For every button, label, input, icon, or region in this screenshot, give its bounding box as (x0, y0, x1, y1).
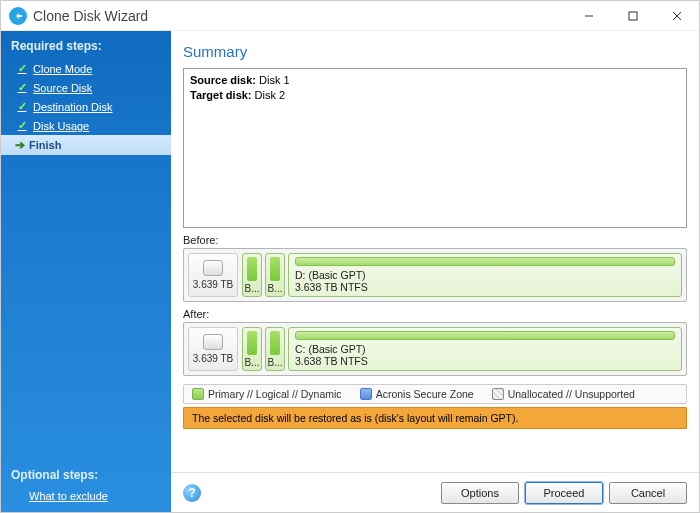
cancel-button[interactable]: Cancel (609, 482, 687, 504)
legend-unallocated: Unallocated // Unsupported (492, 388, 635, 400)
step-clone-mode[interactable]: ✓Clone Mode (1, 59, 171, 78)
footer: ? Options Proceed Cancel (171, 472, 699, 512)
legend: Primary // Logical // Dynamic Acronis Se… (183, 384, 687, 404)
source-disk-value: Disk 1 (259, 74, 290, 86)
step-disk-usage[interactable]: ✓Disk Usage (1, 116, 171, 135)
clone-disk-wizard-window: Clone Disk Wizard Required steps: ✓Clone… (0, 0, 700, 513)
warning-bar: The selected disk will be restored as is… (183, 407, 687, 429)
step-label: Destination Disk (33, 101, 112, 113)
sidebar: Required steps: ✓Clone Mode ✓Source Disk… (1, 31, 171, 512)
svg-rect-0 (629, 12, 637, 20)
required-steps-header: Required steps: (1, 31, 171, 59)
close-button[interactable] (655, 2, 699, 30)
optional-steps-header: Optional steps: (1, 460, 171, 486)
partition-main[interactable]: C: (Basic GPT) 3.638 TB NTFS (288, 327, 682, 371)
disk-total-size: 3.639 TB (193, 353, 233, 364)
proceed-button[interactable]: Proceed (525, 482, 603, 504)
step-label: Finish (29, 139, 61, 151)
hdd-icon (203, 334, 223, 350)
step-source-disk[interactable]: ✓Source Disk (1, 78, 171, 97)
partition-small[interactable]: B... (242, 327, 262, 371)
partition-small[interactable]: B... (265, 327, 285, 371)
partition-size: 3.638 TB NTFS (295, 355, 675, 367)
step-label: Clone Mode (33, 63, 92, 75)
titlebar: Clone Disk Wizard (1, 1, 699, 31)
legend-primary: Primary // Logical // Dynamic (192, 388, 342, 400)
page-title: Summary (183, 39, 687, 68)
main-panel: Summary Source disk: Disk 1 Target disk:… (171, 31, 699, 512)
partition-small[interactable]: B... (242, 253, 262, 297)
disk-total-size: 3.639 TB (193, 279, 233, 290)
minimize-button[interactable] (567, 2, 611, 30)
legend-secure-zone: Acronis Secure Zone (360, 388, 474, 400)
step-destination-disk[interactable]: ✓Destination Disk (1, 97, 171, 116)
source-disk-label: Source disk: (190, 74, 256, 86)
disk-icon[interactable]: 3.639 TB (188, 327, 238, 371)
options-button[interactable]: Options (441, 482, 519, 504)
partition-label: D: (Basic GPT) (295, 269, 675, 281)
step-label: Source Disk (33, 82, 92, 94)
after-label: After: (183, 308, 687, 320)
maximize-button[interactable] (611, 2, 655, 30)
window-controls (567, 2, 699, 30)
disk-icon[interactable]: 3.639 TB (188, 253, 238, 297)
step-finish[interactable]: ➔Finish (1, 135, 171, 155)
what-to-exclude-link[interactable]: What to exclude (1, 486, 171, 512)
partition-small[interactable]: B... (265, 253, 285, 297)
hdd-icon (203, 260, 223, 276)
before-disk-layout: 3.639 TB B... B... D: (Basic GPT) 3.638 … (183, 248, 687, 302)
target-disk-value: Disk 2 (255, 89, 286, 101)
window-title: Clone Disk Wizard (33, 8, 148, 24)
partition-label: C: (Basic GPT) (295, 343, 675, 355)
target-disk-label: Target disk: (190, 89, 252, 101)
step-label: Disk Usage (33, 120, 89, 132)
before-label: Before: (183, 234, 687, 246)
app-icon (9, 7, 27, 25)
summary-box: Source disk: Disk 1 Target disk: Disk 2 (183, 68, 687, 228)
partition-size: 3.638 TB NTFS (295, 281, 675, 293)
after-disk-layout: 3.639 TB B... B... C: (Basic GPT) 3.638 … (183, 322, 687, 376)
help-icon[interactable]: ? (183, 484, 201, 502)
partition-main[interactable]: D: (Basic GPT) 3.638 TB NTFS (288, 253, 682, 297)
